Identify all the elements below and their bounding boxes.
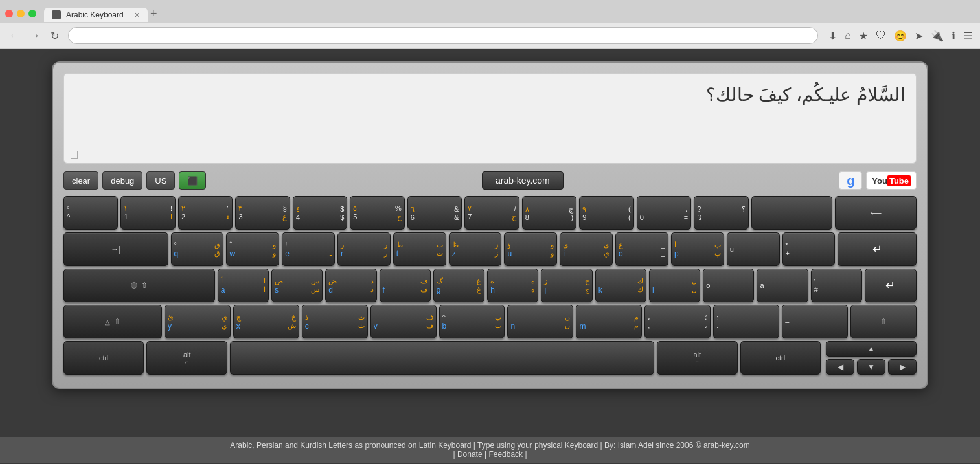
key-j[interactable]: زج jج	[541, 269, 592, 302]
key-r[interactable]: رر rر	[337, 232, 391, 266]
green-button[interactable]: ⬛	[179, 171, 206, 190]
keyboard-toolbar: clear debug US ⬛ arab-key.com g You Tube	[63, 171, 917, 190]
key-space[interactable]	[230, 341, 654, 375]
key-rshift[interactable]: ⇧	[850, 305, 917, 338]
key-b[interactable]: ^ب bب	[439, 305, 505, 338]
key-period[interactable]: : .	[713, 305, 779, 338]
key-plus[interactable]: * +	[782, 232, 836, 266]
bookmark-icon[interactable]: ★	[856, 28, 871, 43]
home-icon[interactable]: ⌂	[842, 28, 854, 43]
key-s[interactable]: صس sس	[271, 269, 323, 302]
youtube-button[interactable]: You Tube	[866, 171, 917, 190]
key-8[interactable]: ٨ج 8)	[522, 196, 576, 230]
key-5[interactable]: ٥% 5خ	[350, 196, 404, 230]
key-9[interactable]: ٩( 9(	[579, 196, 633, 230]
emoji-icon[interactable]: 😊	[891, 28, 909, 43]
key-enter-right[interactable]: ↵	[865, 269, 917, 302]
key-x[interactable]: چخ xش	[233, 305, 299, 338]
toolbar-right: g You Tube	[839, 171, 917, 190]
nav-bar: ← → ↻ arab-key.com ⬇ ⌂ ★ 🛡 😊 ➤ 🔌 ℹ ☰	[0, 23, 980, 48]
key-c[interactable]: ذث cث	[302, 305, 368, 338]
debug-button[interactable]: debug	[102, 171, 142, 190]
key-slash[interactable]: –	[782, 305, 848, 338]
key-l[interactable]: –ل lل	[649, 269, 700, 302]
key-e[interactable]: !ـ eـ	[282, 232, 335, 266]
key-uuml[interactable]: ü	[727, 232, 780, 266]
key-down[interactable]: ▼	[857, 359, 885, 375]
zxcv-row: △ ⇧ ئي yي چخ xش ذث cث –ف	[63, 305, 917, 338]
key-0[interactable]: =، 0=	[637, 196, 691, 230]
google-button[interactable]: g	[839, 171, 862, 190]
key-ralt[interactable]: alt ⌐	[657, 341, 737, 375]
key-p[interactable]: آپ pپ	[671, 232, 724, 266]
fullscreen-dot[interactable]	[28, 10, 36, 17]
key-auml[interactable]: ä	[757, 269, 808, 302]
key-k[interactable]: –ك kك	[595, 269, 646, 302]
footer-text2: | Donate | Feedback |	[4, 450, 976, 459]
shield-icon[interactable]: 🛡	[873, 28, 889, 43]
key-i[interactable]: ىي iي	[560, 232, 613, 266]
close-dot[interactable]	[5, 10, 13, 17]
download-icon[interactable]: ⬇	[826, 28, 839, 43]
key-t[interactable]: طت tت	[393, 232, 446, 266]
key-7[interactable]: ٧/ 7ح	[464, 196, 519, 230]
key-2[interactable]: ٢" 2ء	[178, 196, 233, 230]
qwerty-row: →| °ق qق ˆو wو !ـ eـ رر rر	[63, 232, 917, 266]
key-z[interactable]: ظز zز	[449, 232, 502, 266]
key-w[interactable]: ˆو wو	[226, 232, 279, 266]
key-m[interactable]: –م mم	[576, 305, 642, 338]
key-comma[interactable]: ،؛ ,،	[644, 305, 711, 338]
key-a[interactable]: أا aا	[218, 269, 269, 302]
clear-button[interactable]: clear	[63, 171, 98, 190]
key-backspace[interactable]: ⟵	[835, 196, 917, 230]
key-ouml[interactable]: ö	[703, 269, 754, 302]
key-4[interactable]: ٤$ 4$	[293, 196, 347, 230]
key-6[interactable]: ٦& 6&	[407, 196, 462, 230]
new-tab-button[interactable]: +	[150, 8, 157, 19]
key-up[interactable]: ▲	[826, 341, 917, 357]
info-icon[interactable]: ℹ	[949, 28, 958, 43]
key-f[interactable]: –ف fف	[380, 269, 431, 302]
forward-button[interactable]: →	[26, 28, 44, 43]
key-grave[interactable]: ° ^	[63, 196, 118, 230]
key-g[interactable]: گغ gغ	[433, 269, 484, 302]
back-button[interactable]: ←	[5, 28, 23, 43]
key-hash[interactable]: ' #	[811, 269, 862, 302]
key-rctrl[interactable]: ctrl	[740, 341, 821, 375]
text-display[interactable]: السَّلامُ عليـكُم، كيفَ حالك؟	[63, 73, 917, 164]
key-lalt[interactable]: alt ⌐	[146, 341, 227, 375]
key-v[interactable]: –ف vف	[370, 305, 437, 338]
menu-icon[interactable]: ☰	[961, 28, 975, 43]
page-footer: Arabic, Persian and Kurdish Letters as p…	[0, 437, 980, 463]
key-q[interactable]: °ق qق	[171, 232, 224, 266]
key-d[interactable]: ضد dد	[325, 269, 376, 302]
key-y[interactable]: ئي yي	[165, 305, 231, 338]
layout-button[interactable]: US	[146, 171, 175, 190]
key-u[interactable]: ؤو uو	[504, 232, 557, 266]
minimize-dot[interactable]	[17, 10, 25, 17]
tab-close-button[interactable]: ✕	[134, 11, 140, 19]
key-minus[interactable]: ?؟ ß	[694, 196, 748, 230]
tab-favicon	[52, 10, 61, 19]
key-lshift[interactable]: △ ⇧	[63, 305, 162, 338]
key-enter-top[interactable]: ↵	[838, 232, 917, 266]
tab-title: Arabic Keyboard	[66, 10, 124, 19]
key-o[interactable]: غ_ o_	[615, 232, 668, 266]
key-capslock[interactable]: ⇧	[63, 269, 215, 302]
key-1[interactable]: ١! 1ا	[120, 196, 175, 230]
key-equal[interactable]	[751, 196, 833, 230]
active-tab[interactable]: Arabic Keyboard ✕	[44, 8, 148, 22]
key-left[interactable]: ◀	[826, 359, 854, 375]
bottom-row: ctrl alt ⌐ alt ⌐	[63, 341, 917, 375]
send-icon[interactable]: ➤	[912, 28, 926, 43]
browser-chrome: Arabic Keyboard ✕ + ← → ↻ arab-key.com ⬇…	[0, 0, 980, 49]
address-bar[interactable]: arab-key.com	[68, 27, 818, 44]
key-3[interactable]: ٣§ 3ع	[235, 196, 290, 230]
key-right[interactable]: ▶	[888, 359, 917, 375]
key-tab[interactable]: →|	[63, 232, 168, 266]
key-h[interactable]: ةه hه	[487, 269, 538, 302]
key-n[interactable]: =ن nن	[507, 305, 573, 338]
reload-button[interactable]: ↻	[47, 28, 63, 43]
extension-icon[interactable]: 🔌	[928, 28, 946, 43]
key-lctrl[interactable]: ctrl	[63, 341, 144, 375]
